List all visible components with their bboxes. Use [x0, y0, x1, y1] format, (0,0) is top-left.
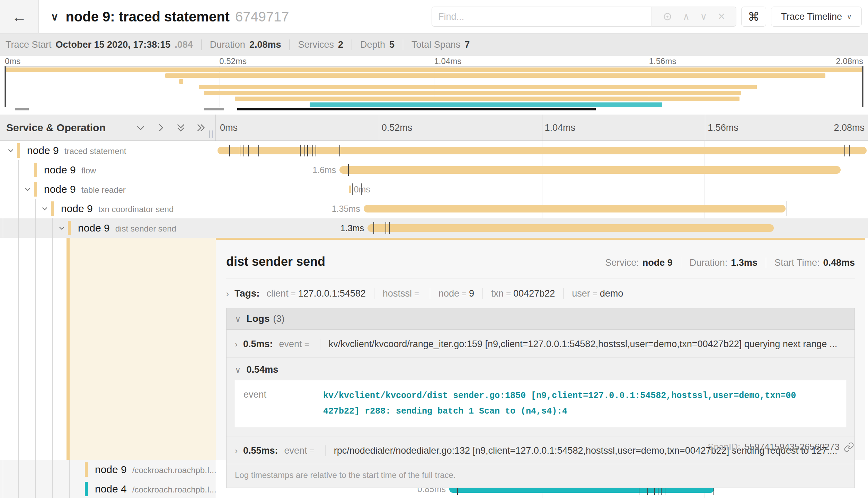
service-color-swatch [34, 163, 37, 177]
prev-match-icon[interactable]: ∧ [683, 12, 690, 21]
span-name-cell[interactable]: node 9txn coordinator send [0, 199, 216, 218]
service-color-swatch [85, 462, 88, 477]
span-timeline-cell[interactable]: 1.3ms [216, 218, 868, 238]
chevron-right-icon[interactable]: › [235, 446, 238, 456]
log-entry-expanded-header[interactable]: ∨ 0.54ms [227, 357, 854, 377]
tags-row[interactable]: › Tags: client=127.0.0.1:54582hostssl=no… [226, 288, 855, 299]
indent-guide [18, 199, 19, 218]
span-name-cell[interactable]: node 9/cockroach.roachpb.I... [0, 460, 216, 479]
log-marker-tick [229, 145, 230, 156]
next-match-icon[interactable]: ∨ [700, 12, 707, 21]
link-icon[interactable] [844, 442, 854, 452]
span-duration-label: 0ms [354, 180, 370, 199]
detail-gutter-highlight [70, 238, 216, 460]
indent-guide [69, 460, 70, 479]
minimap-scrubber-right[interactable] [862, 66, 863, 107]
selected-span-guide [67, 238, 70, 460]
find-input[interactable] [432, 7, 652, 27]
view-selector-button[interactable]: Trace Timeline ∨ [771, 7, 862, 27]
operation-name: /cockroach.roachpb.I... [132, 465, 216, 475]
tag-pair: user=demo [572, 288, 623, 299]
minimap-ruler-label: 1.56ms [649, 56, 676, 66]
span-row[interactable]: node 9flow 1.6ms [0, 160, 868, 180]
span-duration-bar[interactable] [218, 147, 867, 154]
minimap-underbar [237, 108, 596, 110]
operation-name: table reader [81, 185, 126, 194]
expand-one-icon[interactable] [155, 122, 166, 133]
span-duration-bar[interactable] [339, 166, 841, 174]
log-marker-tick [300, 145, 301, 156]
span-name-cell[interactable]: node 4/cockroach.roachpb.I... [0, 479, 216, 498]
minimap-span-bar [5, 67, 863, 72]
span-timeline-cell[interactable]: 1.6ms [216, 160, 868, 180]
span-name-cell[interactable]: node 9table reader [0, 180, 216, 199]
minimap-ruler-label: 2.08ms [836, 56, 863, 66]
log-marker-tick [258, 145, 259, 156]
span-name-cell[interactable]: node 9dist sender send [0, 218, 216, 238]
trace-minimap: 0ms0.52ms1.04ms1.56ms2.08ms [0, 56, 868, 115]
span-duration-bar[interactable] [349, 185, 351, 193]
keyboard-shortcuts-button[interactable]: ⌘ [741, 7, 766, 27]
span-detail-panel: dist sender send Service:node 9 Duration… [216, 238, 865, 460]
span-row[interactable]: node 9txn coordinator send 1.35ms [0, 199, 868, 218]
collapse-all-icon[interactable] [175, 122, 186, 133]
span-name-cell[interactable]: node 9traced statement [0, 141, 216, 160]
span-row[interactable]: node 9traced statement [0, 141, 868, 160]
find-tools: ∧ ∨ ✕ [652, 7, 736, 27]
span-duration-bar[interactable] [364, 205, 786, 212]
indent-guide [3, 479, 3, 498]
logs-header[interactable]: ∨ Logs (3) [227, 308, 854, 330]
indent-guide [18, 479, 19, 498]
span-collapse-chevron-icon[interactable] [57, 224, 66, 233]
span-collapse-chevron-icon[interactable] [23, 185, 32, 194]
column-resize-grip[interactable]: || [209, 129, 214, 138]
span-row[interactable]: node 9table reader 0ms [0, 180, 868, 199]
service-color-swatch [17, 143, 20, 158]
span-collapse-chevron-icon[interactable] [6, 146, 15, 155]
span-duration-label: 1.35ms [332, 199, 364, 218]
log-marker-tick [844, 145, 845, 156]
indent-guide [35, 479, 36, 498]
page-title: node 9: traced statement [65, 9, 229, 25]
summary-item: Depth5 [352, 39, 403, 50]
indent-guide [35, 218, 36, 238]
span-timeline-cell[interactable] [216, 141, 868, 160]
collapse-one-icon[interactable] [135, 122, 146, 133]
minimap-scrubber-left[interactable] [5, 66, 6, 107]
span-id-row: SpanID: 5597415943526560273 [708, 442, 854, 452]
trace-summary-bar: Trace StartOctober 15 2020, 17:38:15.084… [0, 34, 868, 56]
locate-icon[interactable] [663, 12, 672, 21]
clear-search-icon[interactable]: ✕ [718, 12, 726, 21]
minimap-handle[interactable] [204, 108, 224, 110]
minimap-handle[interactable] [15, 108, 29, 110]
minimap-canvas[interactable] [5, 66, 863, 107]
indent-guide [3, 199, 3, 218]
log-marker-tick [312, 145, 313, 156]
log-entry-collapsed[interactable]: › 0.5ms: event = kv/kvclient/kvcoord/ran… [227, 330, 854, 357]
service-color-swatch [68, 221, 71, 235]
expand-all-icon[interactable] [195, 122, 206, 133]
indent-guide [18, 238, 19, 460]
span-timeline-cell[interactable]: 0ms [216, 180, 868, 199]
indent-guide [18, 460, 19, 479]
timeline-header: Service & Operation || 0ms0.52ms1.04ms1.… [0, 115, 868, 141]
chevron-down-icon[interactable]: ∨ [235, 365, 241, 375]
trace-title-group[interactable]: ∨ node 9: traced statement 6749717 [51, 9, 289, 25]
log-marker-tick [787, 201, 787, 216]
minimap-span-bar [235, 97, 739, 101]
chevron-right-icon[interactable]: › [226, 289, 229, 299]
collapse-trace-chevron-icon[interactable]: ∨ [51, 10, 59, 23]
span-duration-bar[interactable] [367, 224, 774, 232]
tree-controls [135, 122, 206, 133]
chevron-down-icon[interactable]: ∨ [235, 314, 241, 324]
timeline-ruler-label: 0ms [220, 122, 238, 133]
span-row[interactable]: node 9dist sender send 1.3ms [0, 218, 868, 238]
service-operation-label: Service & Operation [0, 122, 106, 134]
span-collapse-chevron-icon[interactable] [40, 204, 49, 213]
span-timeline-cell[interactable]: 1.35ms [216, 199, 868, 218]
logs-section: ∨ Logs (3) › 0.5ms: event = kv/kvclient/… [226, 308, 855, 488]
span-name-cell[interactable]: node 9flow [0, 160, 216, 180]
back-button[interactable]: ← [0, 0, 39, 33]
chevron-right-icon[interactable]: › [235, 339, 238, 349]
indent-guide [52, 479, 53, 498]
